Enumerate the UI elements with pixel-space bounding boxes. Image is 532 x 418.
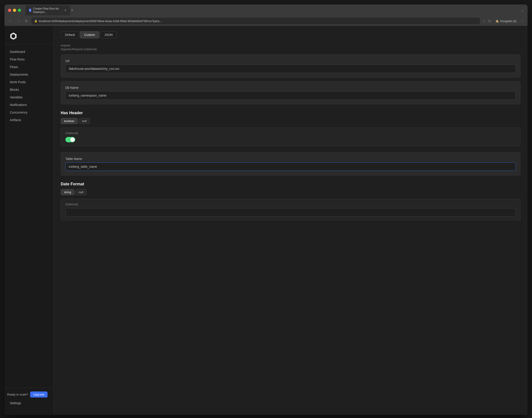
toggle-knob [70,137,75,142]
url-label: Url [65,59,516,63]
sidebar-nav: Dashboard Flow Runs Flows Deployments Wo… [4,48,53,388]
minimize-window-button[interactable] [13,9,16,12]
date-format-null-btn[interactable]: null [75,189,87,195]
tab-custom[interactable]: Custom [80,31,99,38]
incognito-icon: 🕵 [496,19,499,23]
sidebar: Dashboard Flow Runs Flows Deployments Wo… [4,26,54,415]
sidebar-item-work-pools[interactable]: Work Pools [7,78,51,86]
sidebar-footer: Ready to scale? Upgrade Settings [4,388,53,410]
tab-chevron-icon[interactable]: ⌄ [521,9,524,12]
has-header-section: Has Header boolean null (Optional) [61,111,520,146]
sidebar-item-variables[interactable]: Variables [7,93,51,101]
incognito-badge: 🕵 Incognito (4) [494,19,518,23]
has-header-boolean-btn[interactable]: boolean [61,118,78,124]
db-name-label: Db Name [65,86,516,89]
sidebar-item-flows[interactable]: Flows [7,63,51,71]
tab-bar: P Create Flow Run for Deploym... ✕ + ⌄ [25,5,524,15]
table-name-input[interactable] [65,163,516,171]
table-name-field-group: Table Name [61,152,520,175]
bookmark-icon[interactable]: ☆ [483,19,485,23]
tab-close-button[interactable]: ✕ [64,9,67,12]
logo-svg [10,33,16,40]
request-label: request [61,44,520,47]
logo [4,30,53,44]
app-layout: Dashboard Flow Runs Flows Deployments Wo… [4,26,528,415]
sidebar-item-flow-runs[interactable]: Flow Runs [7,56,51,63]
table-name-section: Table Name [61,152,520,175]
tab-default[interactable]: Default [61,31,79,38]
sidebar-item-concurrency[interactable]: Concurrency [7,109,51,116]
incognito-label: Incognito (4) [500,19,516,23]
browser-action-icons: ☆ ⊡ [483,19,491,23]
url-display: localhost:4200/deployments/deployment/5b… [39,19,162,23]
url-field-group: Url [61,54,520,78]
logo-mark [10,33,17,40]
address-bar: ← → ↻ 🔒 localhost:4200/deployments/deplo… [4,16,528,26]
browser-window: P Create Flow Run for Deploym... ✕ + ⌄ ←… [4,4,528,415]
date-format-type-buttons: string null [61,189,520,195]
browser-menu-icon[interactable]: ⋮ [521,19,524,23]
main-content: Default Custom JSON request IngestionReq… [54,26,528,415]
new-tab-button[interactable]: + [71,8,73,13]
date-format-heading: Date Format [61,182,520,186]
table-name-label: Table Name [65,157,516,161]
url-input[interactable] [65,64,516,73]
sidebar-item-dashboard[interactable]: Dashboard [7,48,51,56]
sidebar-item-deployments[interactable]: Deployments [7,71,51,78]
upgrade-section: Ready to scale? Upgrade [7,392,51,397]
db-name-field-group: Db Name [61,81,520,104]
close-window-button[interactable] [8,9,11,12]
tab-title: Create Flow Run for Deploym... [33,7,62,14]
address-input[interactable]: 🔒 localhost:4200/deployments/deployment/… [32,18,480,24]
upgrade-prompt-text: Ready to scale? [7,393,28,396]
has-header-heading: Has Header [61,111,520,115]
has-header-type-buttons: boolean null [61,118,520,124]
request-sublabel: IngestionRequest (Optional) [61,47,520,51]
maximize-window-button[interactable] [18,9,21,12]
sidebar-item-settings[interactable]: Settings [7,399,51,407]
has-header-optional-label: (Optional) [65,131,516,135]
db-name-input[interactable] [65,91,516,100]
date-format-section: Date Format string null (Optional) [61,182,520,220]
sidebar-item-blocks[interactable]: Blocks [7,86,51,93]
has-header-toggle[interactable] [65,137,75,142]
date-format-string-btn[interactable]: string [61,189,74,195]
date-format-optional-box: (Optional) [61,199,520,220]
traffic-lights [8,9,21,12]
toggle-wrapper [65,137,516,142]
request-section: request IngestionRequest (Optional) Url … [61,44,520,104]
date-format-optional-label: (Optional) [65,203,516,206]
date-format-input[interactable] [65,208,516,217]
lock-icon: 🔒 [34,19,37,23]
sidebar-item-notifications[interactable]: Notifications [7,101,51,109]
back-button[interactable]: ← [8,18,13,24]
active-tab[interactable]: P Create Flow Run for Deploym... ✕ [25,5,70,15]
has-header-optional-box: (Optional) [61,128,520,146]
sidebar-item-artifacts[interactable]: Artifacts [7,116,51,124]
has-header-null-btn[interactable]: null [79,118,90,124]
upgrade-button[interactable]: Upgrade [30,392,47,397]
view-tab-buttons: Default Custom JSON [61,31,520,38]
tab-json[interactable]: JSON [100,31,117,38]
tab-favicon: P [29,9,31,12]
refresh-button[interactable]: ↻ [24,18,29,24]
extension-icon[interactable]: ⊡ [488,19,491,23]
browser-titlebar: P Create Flow Run for Deploym... ✕ + ⌄ [4,4,528,16]
forward-button[interactable]: → [16,18,22,24]
